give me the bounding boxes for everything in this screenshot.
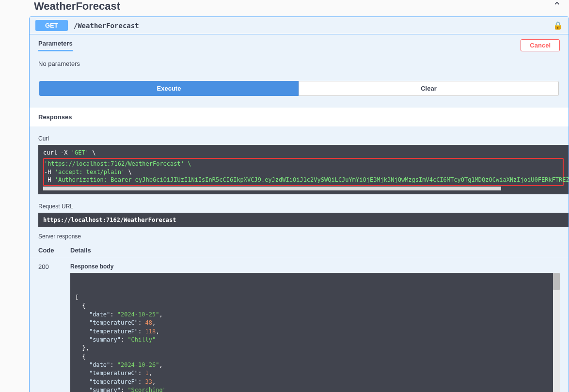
curl-text: 'Authorization: Bearer eyJhbGciOiJIUzI1N… [55, 176, 569, 183]
curl-label: Curl [30, 126, 569, 145]
parameters-title: Parameters [38, 40, 73, 51]
section-title: WeatherForecast [34, 0, 120, 13]
response-details: Response body [ { "date": "2024-10-25", … [70, 263, 560, 392]
clear-button[interactable]: Clear [299, 81, 559, 96]
action-row: Execute Clear [30, 77, 569, 108]
curl-text: 'accept: text/plain' [55, 169, 125, 175]
cancel-button[interactable]: Cancel [521, 39, 560, 51]
request-url-block[interactable]: https://localhost:7162/WeatherForecast [38, 213, 569, 227]
curl-text: -H [44, 169, 55, 175]
request-url-label: Request URL [30, 194, 569, 213]
response-row: 200 Response body [ { "date": "2024-10-2… [30, 258, 569, 392]
curl-code-block[interactable]: curl -X 'GET' \ 'https://localhost:7162/… [38, 145, 569, 194]
http-method-badge: GET [35, 20, 68, 31]
vertical-scrollbar[interactable] [553, 273, 560, 392]
response-body-label: Response body [70, 263, 560, 270]
status-code: 200 [38, 263, 70, 270]
operation-block: GET /WeatherForecast 🔒 Parameters Cancel… [29, 16, 569, 392]
no-parameters-text: No parameters [30, 54, 569, 77]
collapse-icon[interactable]: ⌃ [553, 0, 561, 13]
server-response-label: Server response [30, 227, 569, 243]
endpoint-path: /WeatherForecast [74, 22, 553, 30]
details-column-header: Details [70, 247, 560, 254]
code-column-header: Code [38, 247, 70, 254]
lock-icon[interactable]: 🔒 [553, 21, 563, 30]
curl-text: 'https://localhost:7162/WeatherForecast'… [44, 160, 191, 167]
responses-section-title: Responses [30, 108, 569, 126]
response-body-block[interactable]: [ { "date": "2024-10-25", "temperatureC"… [70, 273, 560, 392]
curl-text: \ [125, 169, 131, 175]
parameters-header: Parameters Cancel [30, 34, 569, 54]
response-table-header: Code Details [30, 243, 569, 258]
operation-summary[interactable]: GET /WeatherForecast 🔒 [30, 17, 569, 34]
operation-body: Parameters Cancel No parameters Execute … [30, 34, 569, 392]
curl-highlight-box: 'https://localhost:7162/WeatherForecast'… [43, 158, 564, 186]
curl-text: 'GET' [71, 149, 89, 156]
curl-text: -H [44, 176, 55, 183]
curl-text: curl -X [43, 149, 71, 156]
curl-text: \ [89, 149, 95, 156]
horizontal-scrollbar[interactable] [43, 187, 501, 190]
execute-button[interactable]: Execute [39, 81, 299, 96]
section-header: WeatherForecast ⌃ [0, 0, 569, 16]
scrollbar-thumb[interactable] [553, 273, 560, 290]
